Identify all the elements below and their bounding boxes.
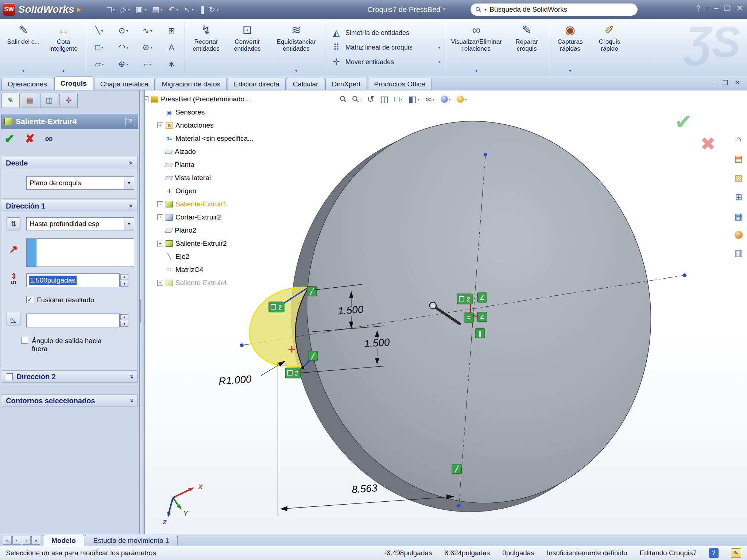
sketch-line-tool[interactable]: ╲▾ <box>95 26 103 35</box>
chevron-down-icon[interactable]: ▾ <box>438 45 440 50</box>
first-tab-button[interactable]: « <box>3 536 12 545</box>
draft-angle-input[interactable] <box>26 314 120 327</box>
chevron-down-icon[interactable]: ▾ <box>144 8 146 12</box>
draft-outward-checkbox-row[interactable]: Ángulo de salida hacia fuera <box>21 337 123 353</box>
sketch-ellipse-tool[interactable]: ⊘▾ <box>143 43 152 52</box>
spinner-up-icon[interactable]: ▲ <box>120 274 128 280</box>
tree-item-planta[interactable]: Planta <box>157 158 253 171</box>
end-condition-dropdown[interactable]: Hasta profundidad esp ▼ <box>26 217 134 230</box>
search-box[interactable]: ⚲ ▾ Búsqueda de SolidWorks <box>471 3 638 16</box>
rapid-sketch-button[interactable]: ✐ Croquis rápido <box>590 19 629 76</box>
dropdown-arrow-icon[interactable]: ▼ <box>124 177 134 189</box>
chevron-down-icon[interactable]: ▾ <box>192 8 194 12</box>
section-direccion2[interactable]: Dirección 2 « <box>2 370 138 383</box>
confirmation-ok-button[interactable]: ✔ <box>674 109 692 134</box>
select-icon[interactable]: ↖ <box>182 4 192 15</box>
relation-icon-on-edge[interactable]: 2 <box>269 302 284 312</box>
ok-button[interactable]: ✔ <box>4 131 15 146</box>
direccion2-checkbox[interactable] <box>6 373 13 380</box>
sketch-circle-tool[interactable]: ⊙▾ <box>119 26 128 35</box>
tree-item-cortar-extruir2[interactable]: +Cortar-Extruir2 <box>157 211 253 224</box>
help-button[interactable]: ? <box>697 4 701 12</box>
tree-item-anotaciones[interactable]: +AAnotaciones <box>157 119 253 132</box>
tree-item-matrizc4[interactable]: ∷MatrizC4 <box>157 263 253 276</box>
status-help-button[interactable]: ? <box>709 548 719 558</box>
feature-manager-tab[interactable]: ▤ <box>21 93 39 108</box>
display-relations-button[interactable]: ∞ Visualizar/Eliminar relaciones ▾ <box>447 19 506 76</box>
doc-close-button[interactable]: ✕ <box>735 79 740 87</box>
sketch-endpoint[interactable] <box>240 343 244 347</box>
chevron-down-icon[interactable]: ▾ <box>113 8 115 12</box>
start-condition-dropdown[interactable]: Plano de croquis ▼ <box>26 176 134 190</box>
checkbox-unchecked-icon[interactable] <box>21 337 28 344</box>
relation-icon-tangent[interactable]: ╱ <box>452 464 461 474</box>
sketch-point-tool[interactable]: ∗ <box>168 59 175 69</box>
tab-productos-office[interactable]: Productos Office <box>368 78 431 90</box>
expand-box-icon[interactable]: + <box>157 214 163 220</box>
tab-dimxpert[interactable]: DimXpert <box>325 78 367 90</box>
tree-item-origen[interactable]: ✛Origen <box>157 184 253 198</box>
tab-migracion-de-datos[interactable]: Migración de datos <box>156 78 227 90</box>
draft-spinner[interactable]: ▲▼ <box>120 314 128 327</box>
tab-chapa-metalica[interactable]: Chapa metálica <box>94 78 155 90</box>
sketch-rectangle-tool[interactable]: □▾ <box>95 43 103 52</box>
sketch-text-tool[interactable]: A <box>169 43 174 52</box>
sketch-endpoint[interactable] <box>683 273 686 277</box>
configuration-manager-tab[interactable]: ◫ <box>40 93 58 108</box>
checkbox-checked-icon[interactable]: ✓ <box>26 296 33 303</box>
section-desde[interactable]: Desde « <box>2 157 138 169</box>
expand-chevron-icon[interactable]: « <box>128 399 136 403</box>
preview-glasses-icon[interactable]: ∞ <box>45 132 53 145</box>
tree-item-plano2[interactable]: Plano2 <box>157 224 253 237</box>
last-tab-button[interactable]: » <box>31 536 40 545</box>
view-palette-icon[interactable]: ▦ <box>735 211 743 222</box>
spinner-down-icon[interactable]: ▼ <box>120 281 128 287</box>
restore-button[interactable]: ❐ <box>724 4 731 12</box>
graphics-area[interactable]: 2 2 2 ╱ ╱ ∠ ∠ = ∥ ╱ <box>145 90 747 534</box>
doc-restore-button[interactable]: ❐ <box>723 79 728 87</box>
tree-item-material[interactable]: 3≡Material <sin especifica... <box>157 132 253 145</box>
chevron-down-icon[interactable]: ▾ <box>569 69 571 74</box>
merge-result-checkbox-row[interactable]: ✓ Fusionar resultado <box>26 296 94 304</box>
relation-icon-tangent[interactable]: ╱ <box>307 287 317 296</box>
sketch-arc-tool[interactable]: ◠▾ <box>118 43 128 52</box>
relation-icon-parallel[interactable]: ∥ <box>475 328 485 338</box>
section-contornos[interactable]: Contornos seleccionados « <box>2 394 138 407</box>
tab-modelo[interactable]: Modelo <box>43 535 84 546</box>
design-library-icon[interactable]: ▤ <box>735 153 743 164</box>
reverse-direction-button[interactable]: ⇅ <box>7 217 20 230</box>
smart-dimension-button[interactable]: ↔ Cota inteligente ▾ <box>42 19 85 76</box>
appearances-icon[interactable] <box>735 231 743 239</box>
tab-edicion-directa[interactable]: Edición directa <box>228 78 286 90</box>
offset-entities-button[interactable]: ≋ Equidistanciar entidades ▾ <box>268 19 324 76</box>
tree-root-pressbed[interactable]: − PressBed (Predeterminado... <box>145 93 253 106</box>
sketch-pattern-tool[interactable]: ⊞ <box>168 26 175 35</box>
tree-item-alzado[interactable]: Alzado <box>157 145 253 158</box>
new-document-icon[interactable]: □ <box>105 4 113 15</box>
dropdown-arrow-icon[interactable]: ▼ <box>124 218 134 230</box>
dimension-text[interactable]: 1.500 <box>337 304 364 317</box>
expand-box-icon[interactable]: + <box>157 241 163 246</box>
tree-item-eje2[interactable]: ╲Eje2 <box>157 250 253 263</box>
chevron-down-icon[interactable]: ▾ <box>161 8 163 12</box>
tree-item-sensores[interactable]: ◉Sensores <box>157 106 253 119</box>
minimize-button[interactable]: – <box>714 4 718 12</box>
dimension-text[interactable]: 8.563 <box>351 482 378 495</box>
properties-icon[interactable]: ❚ <box>198 4 208 15</box>
splitter-grip[interactable] <box>140 299 144 323</box>
save-icon[interactable]: ▣ <box>134 4 144 15</box>
expand-box-icon[interactable]: + <box>157 201 163 207</box>
handle-knob[interactable] <box>430 302 436 309</box>
search-dropdown-icon[interactable]: ▾ <box>484 7 487 12</box>
dimxpert-manager-tab[interactable]: ✛ <box>59 93 78 108</box>
spinner-down-icon[interactable]: ▼ <box>120 321 128 327</box>
chevron-down-icon[interactable]: ▾ <box>128 8 130 12</box>
dimension-text[interactable]: 1.500 <box>364 337 390 350</box>
tree-item-vista-lateral[interactable]: Vista lateral <box>157 171 253 184</box>
sketch-fillet-tool[interactable]: ⌐▾ <box>144 59 151 69</box>
quick-snaps-button[interactable]: ◉ Capturas rápidas ▾ <box>550 19 590 76</box>
hide-show-items-button[interactable]: ∞▾ <box>425 94 434 104</box>
property-manager-tab[interactable]: ✎ <box>1 93 20 108</box>
close-button[interactable]: ✕ <box>736 4 743 12</box>
relation-icon-equal[interactable]: = <box>464 313 473 322</box>
